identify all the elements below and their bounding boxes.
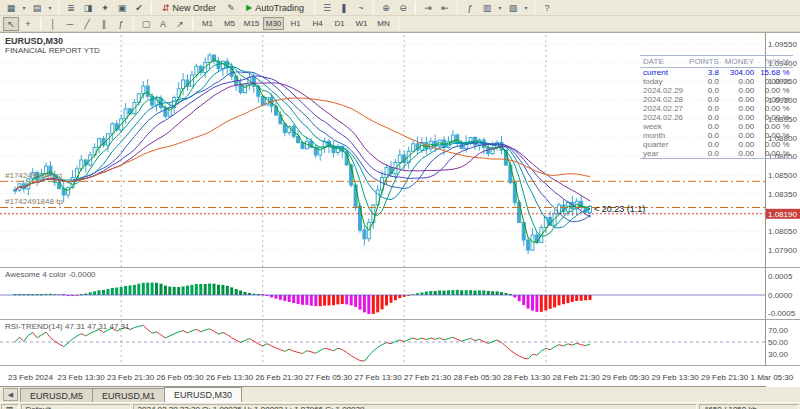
chart-bars-button[interactable]: ☰ — [319, 1, 335, 15]
help-button[interactable]: ? — [539, 1, 555, 15]
rsi-indicator-label: RSI-TREND(14) 47.31 47.31 47.31 — [5, 322, 130, 331]
svg-text:1.07900: 1.07900 — [768, 246, 797, 255]
chart-tab-bar: ◀ EURUSD,M5 EURUSD,M1 EURUSD,M30 — [0, 386, 800, 402]
autotrading-button[interactable]: ▶ AutoTrading — [240, 1, 310, 15]
tab-eurusd-m1[interactable]: EURUSD,M1 — [92, 388, 165, 402]
svg-text:1.08050: 1.08050 — [768, 227, 797, 236]
periods-button[interactable]: ▥ — [479, 1, 495, 15]
zoom-in-button[interactable]: ⊕ — [378, 1, 394, 15]
svg-text:28 Feb 21:30: 28 Feb 21:30 — [553, 373, 601, 382]
zoom-out-button[interactable]: ⊖ — [395, 1, 411, 15]
report-row: today0.00.000.00 % — [640, 77, 793, 86]
svg-text:23 Feb 2024: 23 Feb 2024 — [8, 373, 53, 382]
new-chart-button[interactable]: ▦ — [3, 1, 19, 15]
chart-indicator-title: FINANCIAL REPORT YTD — [5, 46, 100, 55]
svg-text:28 Feb 13:30: 28 Feb 13:30 — [503, 373, 551, 382]
toolbar-separator — [373, 2, 374, 14]
report-row: quarter0.00.000.00 % — [640, 140, 793, 149]
timeframe-h1-button[interactable]: H1 — [285, 17, 306, 30]
svg-text:30.00: 30.00 — [768, 350, 789, 359]
report-row: 2024.02.270.00.000.00 % — [640, 104, 793, 113]
chart-shift-button[interactable]: ⇤ — [437, 1, 453, 15]
cursor-tool-button[interactable]: ↖ — [3, 17, 19, 31]
chart-line-button[interactable]: ~ — [353, 1, 369, 15]
navigator-button[interactable]: ✦ — [97, 1, 113, 15]
data-window-button[interactable]: ◨ — [80, 1, 96, 15]
svg-text:1.09550: 1.09550 — [768, 40, 797, 49]
report-row: 2024.02.280.00.000.00 % — [640, 95, 793, 104]
timeframe-m30-button[interactable]: M30 — [263, 17, 284, 30]
crosshair-tool-button[interactable]: + — [20, 17, 36, 31]
timeframe-h4-button[interactable]: H4 — [307, 17, 328, 30]
status-ohlc: 2024.02.29 23:30 O: 1.08035 H: 1.08082 L… — [133, 404, 697, 409]
toolbar-separator — [58, 2, 59, 14]
toolbar-separator — [457, 2, 458, 14]
time-axis[interactable]: 23 Feb 202423 Feb 13:3023 Feb 21:3026 Fe… — [8, 373, 794, 382]
pane-splitters[interactable] — [0, 268, 800, 366]
svg-text:27 Feb 13:30: 27 Feb 13:30 — [355, 373, 403, 382]
svg-text:28 Feb 05:30: 28 Feb 05:30 — [454, 373, 502, 382]
auto-scroll-button[interactable]: ⇥ — [420, 1, 436, 15]
new-order-button[interactable]: ⇵ New Order — [156, 1, 222, 15]
autotrading-label: AutoTrading — [255, 3, 304, 13]
svg-text:29 Feb 13:30: 29 Feb 13:30 — [652, 373, 700, 382]
periods-dropdown[interactable]: ▾ — [496, 1, 504, 15]
trendline-button[interactable]: ╱ — [79, 17, 95, 31]
channel-button[interactable]: ∥ — [96, 17, 112, 31]
text-tool-button[interactable]: A — [155, 17, 171, 31]
chart-candles-button[interactable]: ❚ — [336, 1, 352, 15]
chart-annotation: < 20:23 (1.1) — [594, 204, 645, 214]
metaeditor-button[interactable]: ✎ — [223, 1, 239, 15]
new-chart-dropdown[interactable]: ▾ — [20, 1, 28, 15]
autotrading-play-icon: ▶ — [246, 3, 252, 12]
svg-text:50.00: 50.00 — [768, 338, 789, 347]
tab-eurusd-m30[interactable]: EURUSD,M30 — [164, 387, 242, 402]
svg-text:27 Feb 21:30: 27 Feb 21:30 — [404, 373, 452, 382]
vertical-line-button[interactable]: │ — [45, 17, 61, 31]
toolbar-separator — [314, 2, 315, 14]
svg-text:27 Feb 05:30: 27 Feb 05:30 — [305, 373, 353, 382]
chart-window: 1.095501.094001.092501.091001.089501.088… — [0, 32, 800, 386]
timeframe-mn-button[interactable]: MN — [373, 17, 394, 30]
arrow-tool-button[interactable]: ↗ — [172, 17, 188, 31]
svg-text:23 Feb 13:30: 23 Feb 13:30 — [58, 373, 106, 382]
candlesticks — [14, 53, 592, 254]
timeframe-d1-button[interactable]: D1 — [329, 17, 350, 30]
templates-dropdown[interactable]: ▾ — [522, 1, 530, 15]
status-grid-icon: ▥ — [1, 404, 19, 409]
status-profile[interactable]: Default — [21, 404, 131, 409]
toolbar-separator — [192, 18, 193, 30]
shapes-button[interactable]: ▢ — [138, 17, 154, 31]
timeframe-m1-button[interactable]: M1 — [197, 17, 218, 30]
svg-text:70.00: 70.00 — [768, 326, 789, 335]
templates-button[interactable]: ▨ — [505, 1, 521, 15]
status-bar: ▥ Default 2024.02.29 23:30 O: 1.08035 H:… — [0, 402, 800, 409]
horizontal-line-button[interactable]: ─ — [62, 17, 78, 31]
toolbar-standard: ▦ ▾ ▤ ▾ ≣ ◨ ✦ ▣ ✔ ⇵ New Order ✎ ▶ AutoTr… — [0, 0, 800, 16]
toolbar-separator — [151, 2, 152, 14]
report-header-row: DATEPOINTSMONEY%% % — [640, 56, 793, 68]
timeframe-m5-button[interactable]: M5 — [219, 17, 240, 30]
fibonacci-button[interactable]: ƒ — [113, 17, 129, 31]
order-tp-label: #1742491848 tp — [5, 197, 63, 206]
svg-text:1 Mar 05:30: 1 Mar 05:30 — [751, 373, 794, 382]
svg-text:1.08190: 1.08190 — [768, 210, 797, 219]
terminal-button[interactable]: ▣ — [114, 1, 130, 15]
svg-text:26 Feb 13:30: 26 Feb 13:30 — [206, 373, 254, 382]
indicators-button[interactable]: ƒ — [462, 1, 478, 15]
report-row: 2024.02.260.00.000.00 % — [640, 113, 793, 122]
moving-average-lines — [15, 60, 590, 243]
market-watch-button[interactable]: ≣ — [63, 1, 79, 15]
timeframe-m15-button[interactable]: M15 — [241, 17, 262, 30]
tab-eurusd-m5[interactable]: EURUSD,M5 — [20, 388, 93, 402]
profiles-button[interactable]: ▤ — [29, 1, 45, 15]
strategy-tester-button[interactable]: ✔ — [131, 1, 147, 15]
svg-text:0.0000: 0.0000 — [768, 291, 793, 300]
svg-text:-0.0005: -0.0005 — [768, 309, 796, 318]
profiles-dropdown[interactable]: ▾ — [46, 1, 54, 15]
timeframe-w1-button[interactable]: W1 — [351, 17, 372, 30]
svg-text:26 Feb 21:30: 26 Feb 21:30 — [256, 373, 304, 382]
toolbar-separator — [415, 2, 416, 14]
report-row: year0.00.000.00 % — [640, 149, 793, 159]
tab-scroll-left-button[interactable]: ◀ — [3, 388, 18, 401]
